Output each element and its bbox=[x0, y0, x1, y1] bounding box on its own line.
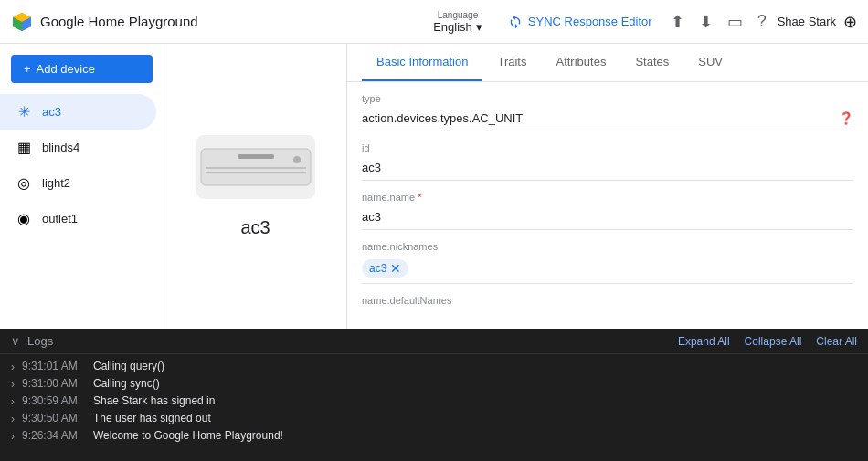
nicknames-field: name.nicknames ac3 ✕ bbox=[362, 241, 853, 284]
id-field: id ac3 bbox=[362, 142, 853, 181]
name-field: name.name * ac3 bbox=[362, 192, 853, 230]
log-message-1: Calling sync() bbox=[93, 377, 160, 390]
default-names-value-row bbox=[362, 308, 853, 329]
language-label: Language bbox=[438, 10, 479, 20]
sidebar: + Add device ✳ ac3 ▦ blinds4 ◎ light2 ◉ … bbox=[0, 44, 164, 329]
add-device-label: Add device bbox=[37, 62, 95, 76]
google-home-icon bbox=[11, 11, 33, 33]
log-entry-2: › 9:30:59 AM Shae Stark has signed in bbox=[0, 393, 868, 410]
type-field: type action.devices.types.AC_UNIT ❓ bbox=[362, 93, 853, 131]
device-name-blinds4: blinds4 bbox=[42, 141, 79, 154]
log-entry-1: › 9:31:00 AM Calling sync() bbox=[0, 375, 868, 393]
log-entry-4: › 9:26:34 AM Welcome to Google Home Play… bbox=[0, 427, 868, 445]
export-icon[interactable]: ⬆ bbox=[671, 12, 684, 32]
logs-header: ∨ Logs Expand All Collapse All Clear All bbox=[0, 329, 868, 354]
info-tabs: Basic Information Traits Attributes Stat… bbox=[347, 44, 868, 82]
default-names-field: name.defaultNames bbox=[362, 295, 853, 329]
blinds-icon: ▦ bbox=[15, 139, 33, 156]
name-value: ac3 bbox=[362, 210, 381, 224]
logs-section: ∨ Logs Expand All Collapse All Clear All… bbox=[0, 329, 868, 461]
tab-basic-information[interactable]: Basic Information bbox=[362, 44, 482, 81]
sidebar-item-ac3[interactable]: ✳ ac3 bbox=[0, 94, 156, 130]
nicknames-label: name.nicknames bbox=[362, 241, 853, 252]
log-chevron-icon-1[interactable]: › bbox=[11, 378, 15, 391]
collapse-all-button[interactable]: Collapse All bbox=[745, 335, 802, 348]
user-menu[interactable]: Shae Stark ⊕ bbox=[778, 12, 857, 32]
nickname-tag: ac3 ✕ bbox=[362, 259, 408, 278]
log-chevron-icon-4[interactable]: › bbox=[11, 430, 15, 443]
log-message-4: Welcome to Google Home Playground! bbox=[93, 429, 283, 442]
log-message-3: The user has signed out bbox=[93, 412, 211, 424]
logs-body: › 9:31:01 AM Calling query() › 9:31:00 A… bbox=[0, 354, 868, 461]
log-chevron-icon-3[interactable]: › bbox=[11, 413, 15, 425]
main-area: + Add device ✳ ac3 ▦ blinds4 ◎ light2 ◉ … bbox=[0, 44, 868, 329]
log-message-0: Calling query() bbox=[93, 360, 164, 372]
logs-actions: Expand All Collapse All Clear All bbox=[678, 335, 857, 348]
tab-states[interactable]: States bbox=[620, 44, 683, 81]
tab-suv[interactable]: SUV bbox=[683, 44, 737, 81]
log-chevron-icon[interactable]: › bbox=[11, 361, 15, 373]
log-time-1: 9:31:00 AM bbox=[22, 377, 86, 390]
clear-all-button[interactable]: Clear All bbox=[816, 335, 857, 348]
plus-icon: + bbox=[24, 62, 31, 76]
id-label: id bbox=[362, 142, 853, 153]
sidebar-item-blinds4[interactable]: ▦ blinds4 bbox=[0, 130, 156, 165]
device-list: ✳ ac3 ▦ blinds4 ◎ light2 ◉ outlet1 bbox=[0, 94, 164, 329]
light-icon: ◎ bbox=[15, 174, 33, 192]
preview-device-name: ac3 bbox=[240, 217, 270, 238]
type-value: action.devices.types.AC_UNIT bbox=[362, 111, 523, 125]
log-time-2: 9:30:59 AM bbox=[22, 394, 86, 407]
sync-icon bbox=[508, 15, 523, 29]
id-value-row: ac3 bbox=[362, 155, 853, 181]
user-name: Shae Stark bbox=[778, 15, 836, 28]
language-dropdown[interactable]: English ▾ bbox=[433, 20, 482, 34]
tab-attributes[interactable]: Attributes bbox=[541, 44, 620, 81]
sidebar-item-light2[interactable]: ◎ light2 bbox=[0, 165, 156, 201]
log-chevron-icon-2[interactable]: › bbox=[11, 395, 15, 408]
bookmark-icon[interactable]: ▭ bbox=[727, 12, 743, 32]
language-value: English bbox=[433, 20, 472, 34]
name-label: name.name * bbox=[362, 192, 853, 203]
log-time-3: 9:30:50 AM bbox=[22, 412, 86, 424]
device-name-light2: light2 bbox=[42, 176, 70, 190]
sync-response-editor-button[interactable]: SYNC Response Editor bbox=[501, 9, 660, 35]
ac-icon: ✳ bbox=[15, 103, 33, 120]
device-name-ac3: ac3 bbox=[42, 105, 61, 119]
logs-toggle-icon[interactable]: ∨ bbox=[11, 334, 20, 348]
required-star: * bbox=[415, 192, 421, 203]
log-entry-0: › 9:31:01 AM Calling query() bbox=[0, 358, 868, 375]
svg-point-4 bbox=[293, 156, 301, 163]
id-value: ac3 bbox=[362, 161, 381, 174]
chevron-down-icon: ▾ bbox=[476, 20, 482, 34]
ac-unit-image bbox=[196, 140, 315, 194]
help-icon[interactable]: ? bbox=[757, 12, 767, 31]
device-preview-panel: ac3 bbox=[164, 44, 347, 329]
topbar-icons: ⬆ ⬇ ▭ ? bbox=[671, 12, 767, 32]
outlet-icon: ◉ bbox=[15, 210, 33, 227]
type-label: type bbox=[362, 93, 853, 104]
download-icon[interactable]: ⬇ bbox=[699, 12, 713, 32]
log-time-0: 9:31:01 AM bbox=[22, 360, 86, 372]
nickname-remove-icon[interactable]: ✕ bbox=[390, 261, 401, 276]
sidebar-item-outlet1[interactable]: ◉ outlet1 bbox=[0, 201, 156, 236]
type-value-row: action.devices.types.AC_UNIT ❓ bbox=[362, 106, 853, 131]
sync-btn-label: SYNC Response Editor bbox=[528, 15, 652, 28]
logs-title: Logs bbox=[27, 334, 53, 348]
expand-all-button[interactable]: Expand All bbox=[678, 335, 730, 348]
app-title: Google Home Playground bbox=[40, 14, 198, 29]
tab-traits[interactable]: Traits bbox=[482, 44, 541, 81]
app-logo: Google Home Playground bbox=[11, 11, 198, 33]
svg-rect-1 bbox=[238, 154, 274, 159]
add-device-button[interactable]: + Add device bbox=[11, 55, 153, 83]
device-name-outlet1: outlet1 bbox=[42, 212, 78, 225]
name-value-row[interactable]: ac3 bbox=[362, 204, 853, 230]
language-selector[interactable]: Language English ▾ bbox=[433, 10, 482, 34]
account-icon: ⊕ bbox=[843, 12, 857, 32]
svg-rect-2 bbox=[206, 167, 306, 169]
info-content: type action.devices.types.AC_UNIT ❓ id a… bbox=[347, 82, 868, 329]
nicknames-value-row: ac3 ✕ bbox=[362, 254, 853, 284]
log-entry-3: › 9:30:50 AM The user has signed out bbox=[0, 410, 868, 427]
default-names-label: name.defaultNames bbox=[362, 295, 853, 306]
type-help-icon[interactable]: ❓ bbox=[839, 111, 853, 125]
nickname-tag-text: ac3 bbox=[369, 262, 386, 275]
